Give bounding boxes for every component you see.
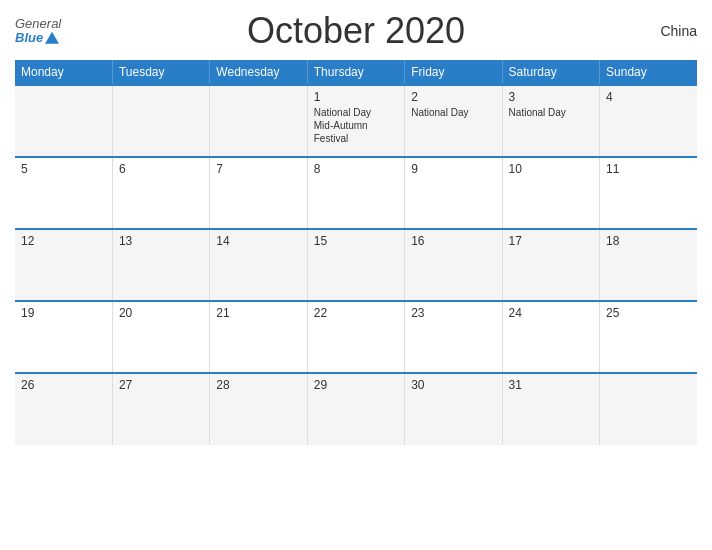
calendar-cell: 21	[210, 301, 307, 373]
day-number: 19	[21, 306, 106, 320]
calendar-cell: 27	[112, 373, 209, 445]
calendar-header: General Blue October 2020 China	[15, 10, 697, 52]
calendar-cell: 14	[210, 229, 307, 301]
calendar-cell: 3National Day	[502, 85, 599, 157]
day-number: 21	[216, 306, 300, 320]
day-number: 18	[606, 234, 691, 248]
calendar-cell: 22	[307, 301, 404, 373]
calendar-cell	[15, 85, 112, 157]
day-number: 10	[509, 162, 593, 176]
event-text: National Day	[411, 106, 495, 119]
day-number: 27	[119, 378, 203, 392]
day-number: 7	[216, 162, 300, 176]
calendar-cell: 9	[405, 157, 502, 229]
col-wednesday: Wednesday	[210, 60, 307, 85]
event-text: National Day	[314, 106, 398, 119]
day-number: 9	[411, 162, 495, 176]
col-friday: Friday	[405, 60, 502, 85]
calendar-cell: 2National Day	[405, 85, 502, 157]
calendar-cell: 4	[600, 85, 697, 157]
calendar-cell: 10	[502, 157, 599, 229]
logo-general-text: General	[15, 17, 61, 31]
col-monday: Monday	[15, 60, 112, 85]
day-number: 2	[411, 90, 495, 104]
calendar-week-5: 262728293031	[15, 373, 697, 445]
day-number: 24	[509, 306, 593, 320]
calendar-cell: 31	[502, 373, 599, 445]
calendar-week-4: 19202122232425	[15, 301, 697, 373]
calendar-cell: 23	[405, 301, 502, 373]
logo: General Blue	[15, 17, 61, 46]
day-number: 20	[119, 306, 203, 320]
calendar-cell	[210, 85, 307, 157]
calendar-cell: 5	[15, 157, 112, 229]
day-number: 30	[411, 378, 495, 392]
calendar-cell	[112, 85, 209, 157]
country-label: China	[660, 23, 697, 39]
calendar-cell: 26	[15, 373, 112, 445]
calendar-week-2: 567891011	[15, 157, 697, 229]
calendar-cell: 12	[15, 229, 112, 301]
day-number: 4	[606, 90, 691, 104]
day-number: 15	[314, 234, 398, 248]
day-number: 17	[509, 234, 593, 248]
calendar-cell: 16	[405, 229, 502, 301]
calendar-cell: 30	[405, 373, 502, 445]
day-number: 23	[411, 306, 495, 320]
calendar-cell: 11	[600, 157, 697, 229]
day-number: 13	[119, 234, 203, 248]
calendar-cell: 8	[307, 157, 404, 229]
month-title: October 2020	[247, 10, 465, 52]
day-number: 8	[314, 162, 398, 176]
day-number: 26	[21, 378, 106, 392]
day-number: 12	[21, 234, 106, 248]
calendar-cell: 1National DayMid-Autumn Festival	[307, 85, 404, 157]
day-number: 29	[314, 378, 398, 392]
day-number: 5	[21, 162, 106, 176]
calendar-cell: 25	[600, 301, 697, 373]
calendar-cell: 28	[210, 373, 307, 445]
day-number: 31	[509, 378, 593, 392]
calendar-cell: 6	[112, 157, 209, 229]
col-tuesday: Tuesday	[112, 60, 209, 85]
event-text: National Day	[509, 106, 593, 119]
calendar-cell: 18	[600, 229, 697, 301]
calendar-cell: 19	[15, 301, 112, 373]
day-number: 11	[606, 162, 691, 176]
calendar-cell: 20	[112, 301, 209, 373]
calendar-table: Monday Tuesday Wednesday Thursday Friday…	[15, 60, 697, 445]
logo-blue-text: Blue	[15, 31, 43, 45]
calendar-cell: 13	[112, 229, 209, 301]
calendar-week-3: 12131415161718	[15, 229, 697, 301]
col-sunday: Sunday	[600, 60, 697, 85]
calendar-cell: 29	[307, 373, 404, 445]
calendar-week-1: 1National DayMid-Autumn Festival2Nationa…	[15, 85, 697, 157]
calendar-cell	[600, 373, 697, 445]
calendar-cell: 15	[307, 229, 404, 301]
day-number: 1	[314, 90, 398, 104]
day-number: 25	[606, 306, 691, 320]
calendar-cell: 24	[502, 301, 599, 373]
event-text: Mid-Autumn Festival	[314, 119, 398, 145]
day-number: 6	[119, 162, 203, 176]
calendar-cell: 17	[502, 229, 599, 301]
day-number: 3	[509, 90, 593, 104]
calendar-page: General Blue October 2020 China Monday T…	[0, 0, 712, 550]
col-saturday: Saturday	[502, 60, 599, 85]
day-number: 22	[314, 306, 398, 320]
day-number: 28	[216, 378, 300, 392]
calendar-cell: 7	[210, 157, 307, 229]
day-number: 14	[216, 234, 300, 248]
calendar-header-row: Monday Tuesday Wednesday Thursday Friday…	[15, 60, 697, 85]
day-number: 16	[411, 234, 495, 248]
logo-triangle-icon	[45, 32, 59, 44]
col-thursday: Thursday	[307, 60, 404, 85]
